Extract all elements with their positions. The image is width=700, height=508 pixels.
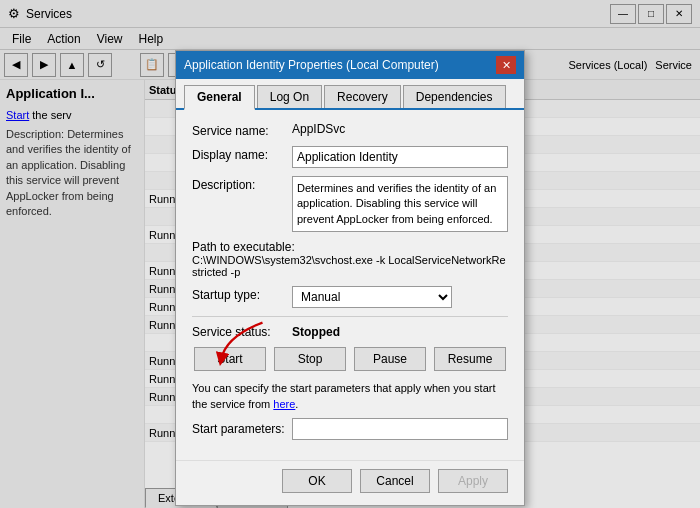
cancel-button[interactable]: Cancel bbox=[360, 469, 430, 493]
service-status-label: Service status: bbox=[192, 325, 292, 339]
service-control-buttons: Start Stop Pause Resume bbox=[192, 347, 508, 371]
service-name-label: Service name: bbox=[192, 122, 292, 138]
description-row: Description: Determines and verifies the… bbox=[192, 176, 508, 232]
display-name-label: Display name: bbox=[192, 146, 292, 162]
properties-dialog: Application Identity Properties (Local C… bbox=[175, 50, 525, 506]
service-name-row: Service name: AppIDSvc bbox=[192, 122, 508, 138]
dialog-close-button[interactable]: ✕ bbox=[496, 56, 516, 74]
dialog-title-bar: Application Identity Properties (Local C… bbox=[176, 51, 524, 79]
start-params-info: You can specify the start parameters tha… bbox=[192, 381, 508, 412]
dialog-overlay: Application Identity Properties (Local C… bbox=[0, 0, 700, 508]
description-value[interactable]: Determines and verifies the identity of … bbox=[292, 176, 508, 232]
tab-general[interactable]: General bbox=[184, 85, 255, 110]
service-status-value: Stopped bbox=[292, 325, 340, 339]
path-value: C:\WINDOWS\system32\svchost.exe -k Local… bbox=[192, 254, 508, 278]
description-label: Description: bbox=[192, 176, 292, 192]
tab-logon[interactable]: Log On bbox=[257, 85, 322, 108]
resume-service-button[interactable]: Resume bbox=[434, 347, 506, 371]
services-window: ⚙ Services — □ ✕ File Action View Help ◀… bbox=[0, 0, 700, 508]
service-status-row: Service status: Stopped bbox=[192, 325, 508, 339]
dialog-title: Application Identity Properties (Local C… bbox=[184, 58, 496, 72]
start-params-input[interactable] bbox=[292, 418, 508, 440]
service-name-value: AppIDSvc bbox=[292, 122, 508, 136]
display-name-input[interactable] bbox=[292, 146, 508, 168]
divider-1 bbox=[192, 316, 508, 317]
pause-service-button[interactable]: Pause bbox=[354, 347, 426, 371]
start-service-button[interactable]: Start bbox=[194, 347, 266, 371]
here-link[interactable]: here bbox=[273, 398, 295, 410]
dialog-content: Service name: AppIDSvc Display name: Des… bbox=[176, 110, 524, 460]
stop-service-button[interactable]: Stop bbox=[274, 347, 346, 371]
dialog-footer: OK Cancel Apply bbox=[176, 460, 524, 505]
tab-dependencies[interactable]: Dependencies bbox=[403, 85, 506, 108]
startup-type-row: Startup type: Automatic Automatic (Delay… bbox=[192, 286, 508, 308]
path-label: Path to executable: bbox=[192, 240, 508, 254]
dialog-tabs: General Log On Recovery Dependencies bbox=[176, 79, 524, 110]
tab-recovery[interactable]: Recovery bbox=[324, 85, 401, 108]
start-params-label: Start parameters: bbox=[192, 422, 292, 436]
startup-select[interactable]: Automatic Automatic (Delayed Start) Manu… bbox=[292, 286, 452, 308]
ok-button[interactable]: OK bbox=[282, 469, 352, 493]
apply-button[interactable]: Apply bbox=[438, 469, 508, 493]
start-params-row: Start parameters: bbox=[192, 418, 508, 440]
display-name-row: Display name: bbox=[192, 146, 508, 168]
path-section: Path to executable: C:\WINDOWS\system32\… bbox=[192, 240, 508, 278]
startup-label: Startup type: bbox=[192, 286, 292, 302]
